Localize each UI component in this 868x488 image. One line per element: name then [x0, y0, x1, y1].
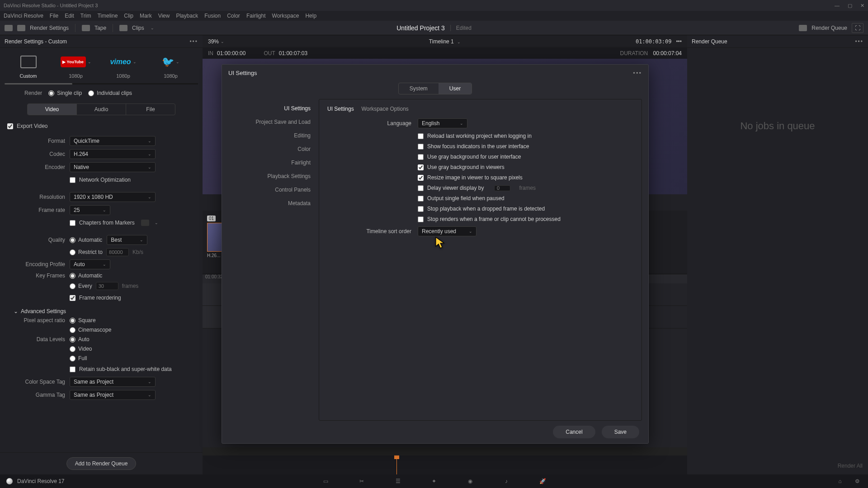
- nav-ui-settings[interactable]: UI Settings: [228, 102, 319, 115]
- subtab-ui-settings[interactable]: UI Settings: [327, 106, 354, 112]
- export-video-checkbox[interactable]: [7, 123, 13, 129]
- keyframes-every-radio[interactable]: Every: [70, 283, 92, 289]
- menu-workspace[interactable]: Workspace: [272, 13, 299, 19]
- minimize-button[interactable]: —: [835, 3, 840, 9]
- edit-page-icon[interactable]: ☰: [393, 477, 402, 486]
- menu-fairlight[interactable]: Fairlight: [246, 13, 266, 19]
- menu-trim[interactable]: Trim: [80, 13, 91, 19]
- preset-youtube[interactable]: ▶ YouTube⌄ 1080p: [52, 54, 99, 79]
- gray-viewers-checkbox[interactable]: [418, 164, 424, 170]
- menu-fusion[interactable]: Fusion: [204, 13, 221, 19]
- queue-menu-button[interactable]: •••: [855, 38, 863, 45]
- cut-page-icon[interactable]: ✂: [357, 477, 366, 486]
- mini-timeline[interactable]: [203, 447, 687, 474]
- cancel-button[interactable]: Cancel: [553, 426, 595, 438]
- restrict-input[interactable]: [106, 248, 129, 256]
- close-button[interactable]: ✕: [860, 3, 864, 9]
- chapters-checkbox[interactable]: [70, 220, 75, 226]
- keyframes-auto-radio[interactable]: Automatic: [70, 272, 198, 279]
- tab-file[interactable]: File: [126, 104, 175, 115]
- subtab-workspace[interactable]: Workspace Options: [361, 106, 409, 112]
- dl-video-radio[interactable]: Video: [70, 346, 198, 352]
- preset-twitter[interactable]: 🐦⌄ 1080p: [147, 54, 194, 79]
- save-button[interactable]: Save: [602, 426, 639, 438]
- preset-custom[interactable]: Custom: [5, 54, 52, 79]
- nav-control-panels[interactable]: Control Panels: [228, 183, 319, 197]
- gray-ui-checkbox[interactable]: [418, 154, 424, 160]
- dl-auto-radio[interactable]: Auto: [70, 336, 198, 343]
- quality-select[interactable]: Best⌄: [107, 235, 147, 245]
- fairlight-page-icon[interactable]: ♪: [502, 477, 511, 486]
- menu-timeline[interactable]: Timeline: [97, 13, 118, 19]
- retain-sub-checkbox[interactable]: [70, 366, 75, 372]
- expand-button[interactable]: ⛶: [852, 23, 863, 33]
- timeline-sort-select[interactable]: Recently used⌄: [418, 226, 476, 236]
- nav-color[interactable]: Color: [228, 142, 319, 156]
- frame-reorder-checkbox[interactable]: [70, 295, 75, 301]
- dl-full-radio[interactable]: Full: [70, 355, 198, 361]
- menu-mark[interactable]: Mark: [140, 13, 152, 19]
- delay-input[interactable]: [494, 185, 510, 191]
- keyframes-every-input[interactable]: [96, 282, 118, 290]
- preset-scrollbar[interactable]: [5, 83, 198, 84]
- home-icon[interactable]: ⌂: [835, 477, 844, 486]
- viewer-menu-button[interactable]: •••: [676, 38, 682, 45]
- nav-playback[interactable]: Playback Settings: [228, 169, 319, 183]
- render-single-radio[interactable]: Single clip: [48, 90, 82, 96]
- advanced-toggle[interactable]: ⌄Advanced Settings: [5, 305, 198, 317]
- modal-menu-button[interactable]: •••: [633, 70, 642, 76]
- resize-square-checkbox[interactable]: [418, 175, 424, 181]
- nav-fairlight[interactable]: Fairlight: [228, 156, 319, 169]
- menu-davinci[interactable]: DaVinci Resolve: [4, 13, 43, 19]
- language-select[interactable]: English⌄: [418, 118, 467, 128]
- chevron-down-icon[interactable]: ⌄: [151, 26, 154, 30]
- render-all-button[interactable]: Render All: [838, 463, 863, 469]
- output-single-checkbox[interactable]: [418, 196, 424, 202]
- tape-icon[interactable]: [82, 25, 90, 31]
- tab-system[interactable]: System: [399, 83, 439, 94]
- quality-auto-radio[interactable]: Automatic: [70, 237, 102, 243]
- timeline-name[interactable]: Timeline 1 ⌄: [429, 38, 461, 45]
- menu-color[interactable]: Color: [227, 13, 240, 19]
- clips-label[interactable]: Clips: [132, 25, 144, 31]
- encoder-select[interactable]: Native⌄: [70, 162, 156, 172]
- reload-project-checkbox[interactable]: [418, 133, 424, 139]
- tab-user[interactable]: User: [439, 83, 472, 94]
- presets-icon[interactable]: [5, 25, 13, 31]
- codec-select[interactable]: H.264⌄: [70, 149, 156, 159]
- format-select[interactable]: QuickTime⌄: [70, 136, 156, 146]
- stop-dropped-checkbox[interactable]: [418, 206, 424, 212]
- out-timecode[interactable]: 01:00:07:03: [279, 50, 307, 56]
- tab-video[interactable]: Video: [28, 104, 77, 115]
- deliver-page-icon[interactable]: 🚀: [538, 477, 547, 486]
- stop-render-checkbox[interactable]: [418, 216, 424, 222]
- render-queue-icon[interactable]: [799, 25, 807, 31]
- nav-project-save[interactable]: Project Save and Load: [228, 115, 319, 129]
- restrict-radio[interactable]: Restrict to: [70, 249, 103, 255]
- gamma-select[interactable]: Same as Project⌄: [70, 390, 156, 400]
- render-settings-icon[interactable]: [17, 25, 25, 31]
- nav-metadata[interactable]: Metadata: [228, 197, 319, 210]
- framerate-select[interactable]: 25⌄: [70, 205, 110, 215]
- par-square-radio[interactable]: Square: [70, 317, 198, 324]
- maximize-button[interactable]: ▢: [848, 3, 852, 9]
- preset-vimeo[interactable]: vimeo⌄ 1080p: [99, 54, 147, 79]
- tab-audio[interactable]: Audio: [77, 104, 126, 115]
- resolution-select[interactable]: 868 x 488 HD⌄: [70, 192, 156, 202]
- delay-viewer-checkbox[interactable]: [418, 185, 424, 191]
- clips-icon[interactable]: [119, 25, 127, 31]
- menu-help[interactable]: Help: [305, 13, 316, 19]
- menu-edit[interactable]: Edit: [65, 13, 74, 19]
- zoom-level[interactable]: 39%: [208, 38, 219, 45]
- chapter-color-swatch[interactable]: [141, 220, 149, 226]
- tape-label[interactable]: Tape: [94, 25, 106, 31]
- cst-select[interactable]: Same as Project⌄: [70, 377, 156, 387]
- in-timecode[interactable]: 01:00:00:00: [217, 50, 245, 56]
- render-queue-label[interactable]: Render Queue: [811, 25, 847, 31]
- fusion-page-icon[interactable]: ✦: [429, 477, 439, 486]
- gear-icon[interactable]: ⚙: [853, 477, 862, 486]
- focus-indicators-checkbox[interactable]: [418, 144, 424, 150]
- menu-clip[interactable]: Clip: [124, 13, 133, 19]
- render-settings-label[interactable]: Render Settings: [30, 25, 69, 31]
- menu-playback[interactable]: Playback: [176, 13, 198, 19]
